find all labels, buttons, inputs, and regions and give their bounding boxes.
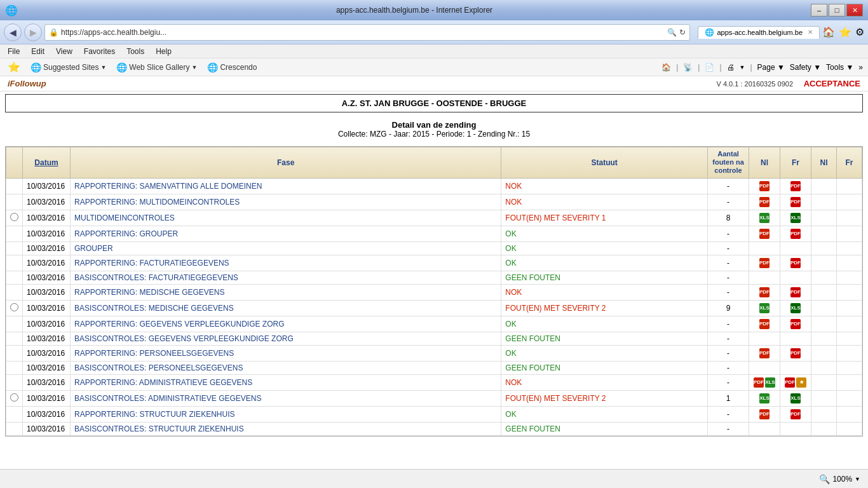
row-aantal: - [708, 422, 749, 435]
xls2-icon[interactable]: XLS [790, 213, 801, 223]
forward-button[interactable]: ▶ [24, 24, 42, 41]
xls-icon[interactable]: XLS [759, 393, 770, 403]
close-button[interactable]: ✕ [846, 4, 863, 17]
pdf2-icon[interactable]: PDF [790, 229, 801, 239]
row-icons-nl2 [811, 210, 837, 226]
active-tab[interactable]: 🌐 apps-acc.health.belgium.be ✕ [698, 26, 820, 39]
th-datum[interactable]: Datum [23, 147, 71, 179]
favorites-star-icon[interactable]: ⭐ [5, 60, 23, 74]
fav-crescendo[interactable]: 🌐 Crescendo [205, 61, 259, 74]
xls-icon[interactable]: XLS [759, 213, 770, 223]
row-icons-nl1: PDF [749, 178, 780, 194]
page-button[interactable]: Page ▼ [757, 63, 785, 72]
row-date: 10/03/2016 [23, 210, 71, 226]
rss-icon[interactable]: 📡 [683, 63, 693, 72]
tools-button[interactable]: Tools ▼ [826, 63, 853, 72]
pdf2-icon[interactable]: PDF [790, 258, 801, 268]
row-icons-nl2 [811, 374, 837, 390]
row-radio-input[interactable] [10, 303, 18, 311]
more-icon[interactable]: » [858, 63, 863, 72]
menu-edit[interactable]: Edit [26, 46, 50, 57]
pdf-icon[interactable]: PDF [759, 229, 770, 239]
favorites-icon[interactable]: ⭐ [839, 26, 851, 38]
reading-view-icon[interactable]: 📄 [705, 63, 714, 72]
menu-favorites[interactable]: Favorites [79, 46, 120, 57]
row-date: 10/03/2016 [23, 422, 71, 435]
table-row: 10/03/2016RAPPORTERING: MEDISCHE GEGEVEN… [6, 284, 862, 300]
orange-icon[interactable]: ★ [796, 377, 806, 388]
row-statuut: FOUT(EN) MET SEVERITY 2 [501, 300, 708, 316]
pdf2-icon[interactable]: PDF [790, 197, 801, 207]
pdf2-icon[interactable]: PDF [790, 348, 801, 358]
table-row: 10/03/2016RAPPORTERING: GEGEVENS VERPLEE… [6, 316, 862, 332]
home-toolbar-icon[interactable]: 🏠 [661, 63, 671, 72]
fav-web-slice-gallery[interactable]: 🌐 Web Slice Gallery ▼ [114, 61, 200, 74]
search-icon[interactable]: 🔍 [667, 28, 677, 37]
minimize-button[interactable]: – [811, 4, 827, 17]
home-icon[interactable]: 🏠 [822, 26, 835, 38]
th-radio [6, 147, 23, 179]
tab-close-button[interactable]: ✕ [808, 29, 813, 36]
pdf2-icon[interactable]: PDF [790, 319, 801, 329]
menu-help[interactable]: Help [151, 46, 177, 57]
maximize-button[interactable]: □ [829, 4, 845, 17]
row-icons-nl1: PDF [749, 316, 780, 332]
row-radio-input[interactable] [10, 393, 18, 402]
row-statuut: GEEN FOUTEN [501, 332, 708, 345]
row-radio-input[interactable] [10, 213, 18, 221]
pdf-icon[interactable]: PDF [759, 197, 770, 207]
pdf-icon[interactable]: PDF [759, 181, 770, 191]
pdf2-icon[interactable]: PDF [785, 377, 795, 388]
pdf-icon[interactable]: PDF [754, 377, 764, 388]
row-icons-fr2 [837, 345, 862, 361]
row-date: 10/03/2016 [23, 226, 71, 241]
row-icons-nl2 [811, 284, 837, 300]
crescendo-icon: 🌐 [207, 62, 218, 72]
zoom-control[interactable]: 🔍 100% ▼ [819, 474, 860, 484]
row-icons-fr2 [837, 390, 862, 406]
xls2-icon[interactable]: XLS [790, 303, 801, 313]
row-icons-fr1: PDF [780, 178, 811, 194]
row-radio-cell [6, 345, 23, 361]
menu-view[interactable]: View [51, 46, 78, 57]
hospital-name: A.Z. ST. JAN BRUGGE - OOSTENDE - BRUGGE [342, 98, 526, 108]
row-statuut: NOK [501, 284, 708, 300]
back-button[interactable]: ◀ [4, 24, 22, 41]
tab-label: apps-acc.health.belgium.be [717, 29, 803, 36]
pdf2-icon[interactable]: PDF [790, 181, 801, 191]
row-icons-nl2 [811, 300, 837, 316]
safety-button[interactable]: Safety ▼ [790, 63, 821, 72]
refresh-icon[interactable]: ↻ [679, 28, 686, 37]
row-icons-fr2 [837, 422, 862, 435]
row-icons-fr1 [780, 332, 811, 345]
row-radio-cell [6, 255, 23, 271]
print-icon[interactable]: 🖨 [727, 63, 735, 72]
xls2-icon[interactable]: XLS [790, 393, 801, 403]
row-icons-fr2 [837, 284, 862, 300]
pdf-icon[interactable]: PDF [759, 319, 770, 329]
pdf-icon[interactable]: PDF [759, 348, 770, 358]
row-icons-fr1: PDF★ [780, 374, 811, 390]
row-date: 10/03/2016 [23, 345, 71, 361]
menu-tools[interactable]: Tools [121, 46, 149, 57]
address-bar[interactable]: 🔒 https://apps-acc.health.belgiu... 🔍 ↻ [44, 24, 690, 41]
pdf2-icon[interactable]: PDF [790, 287, 801, 297]
row-icons-nl2 [811, 422, 837, 435]
pdf-icon[interactable]: PDF [759, 287, 770, 297]
row-fase: RAPPORTERING: MULTIDOMEINCONTROLES [71, 194, 501, 210]
menu-file[interactable]: File [3, 46, 25, 57]
title-bar-title: apps-acc.health.belgium.be - Internet Ex… [18, 6, 811, 15]
fav-suggested-sites[interactable]: 🌐 Suggested Sites ▼ [28, 61, 109, 74]
pdf-icon[interactable]: PDF [759, 409, 770, 419]
xls3-icon[interactable]: XLS [765, 377, 775, 388]
settings-icon[interactable]: ⚙ [855, 26, 864, 38]
row-statuut: GEEN FOUTEN [501, 361, 708, 374]
row-icons-fr2 [837, 255, 862, 271]
pdf-icon[interactable]: PDF [759, 258, 770, 268]
app-header: iFollowup V 4.0.1 : 20160325 0902 ACCEPT… [0, 76, 868, 92]
row-radio-cell [6, 361, 23, 374]
row-icons-nl1: XLS [749, 300, 780, 316]
row-icons-nl1: XLS [749, 390, 780, 406]
pdf2-icon[interactable]: PDF [790, 409, 801, 419]
xls-icon[interactable]: XLS [759, 303, 770, 313]
